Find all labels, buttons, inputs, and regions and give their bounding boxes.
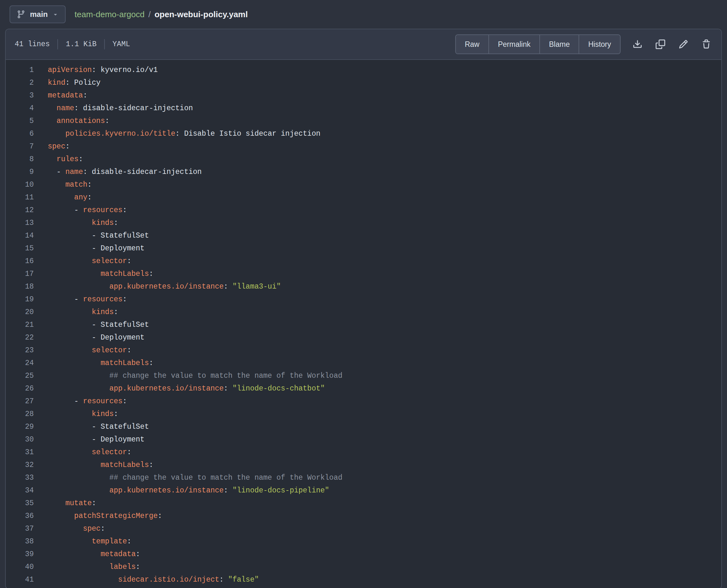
copy-contents-button[interactable] (655, 38, 666, 50)
permalink-button[interactable]: Permalink (489, 35, 539, 54)
line-number[interactable]: 24 (6, 357, 34, 370)
line-number[interactable]: 41 (6, 573, 34, 586)
code-line: 33 ## change the value to match the name… (6, 471, 721, 484)
code-line: 15 - Deployment (6, 242, 721, 255)
line-number[interactable]: 18 (6, 280, 34, 293)
line-content: metadata: (34, 89, 87, 102)
line-content: - Deployment (34, 242, 145, 255)
line-number[interactable]: 32 (6, 459, 34, 471)
code-line: 1apiVersion: kyverno.io/v1 (6, 64, 721, 77)
line-number[interactable]: 38 (6, 535, 34, 548)
code-line: 18 app.kubernetes.io/instance: "llama3-u… (6, 280, 721, 293)
file-type: YAML (112, 40, 130, 48)
code-line: 10 match: (6, 178, 721, 191)
line-content: - resources: (34, 204, 127, 216)
top-bar: main team-demo-argocd / open-webui-polic… (0, 0, 727, 29)
file-header-bar: 41 lines 1.1 KiB YAML Raw Permalink Blam… (6, 29, 721, 60)
code-line: 30 - Deployment (6, 433, 721, 446)
line-number[interactable]: 30 (6, 433, 34, 446)
line-content: ## change the value to match the name of… (34, 370, 342, 382)
line-number[interactable]: 21 (6, 318, 34, 331)
line-number[interactable]: 19 (6, 293, 34, 306)
line-number[interactable]: 36 (6, 510, 34, 522)
line-number[interactable]: 9 (6, 166, 34, 178)
line-content: - StatefulSet (34, 318, 149, 331)
line-number[interactable]: 35 (6, 497, 34, 510)
code-line: 6 policies.kyverno.io/title: Disable Ist… (6, 127, 721, 140)
breadcrumb-repo-link[interactable]: team-demo-argocd (75, 9, 145, 19)
line-number[interactable]: 14 (6, 229, 34, 242)
line-number[interactable]: 4 (6, 102, 34, 115)
delete-trash-icon (702, 40, 711, 49)
code-line: 29 - StatefulSet (6, 420, 721, 433)
line-number[interactable]: 29 (6, 420, 34, 433)
file-meta: 41 lines 1.1 KiB YAML (15, 39, 130, 49)
code-line: 32 matchLabels: (6, 459, 721, 471)
edit-button[interactable] (677, 38, 689, 50)
line-number[interactable]: 2 (6, 77, 34, 89)
line-content: - Deployment (34, 433, 145, 446)
raw-button[interactable]: Raw (456, 35, 489, 54)
line-number[interactable]: 6 (6, 127, 34, 140)
line-content: match: (34, 178, 92, 191)
line-content: matchLabels: (34, 459, 153, 471)
code-line: 20 kinds: (6, 306, 721, 318)
delete-button[interactable] (700, 38, 712, 50)
line-number[interactable]: 28 (6, 408, 34, 420)
line-content: template: (34, 535, 131, 548)
code-line: 11 any: (6, 191, 721, 204)
code-line: 3metadata: (6, 89, 721, 102)
line-number[interactable]: 34 (6, 484, 34, 497)
line-content: ## change the value to match the name of… (34, 471, 342, 484)
line-number[interactable]: 13 (6, 216, 34, 229)
line-number[interactable]: 23 (6, 344, 34, 357)
git-branch-icon (17, 10, 25, 19)
line-number[interactable]: 10 (6, 178, 34, 191)
line-content: spec: (34, 522, 105, 535)
branch-name: main (30, 10, 48, 19)
line-number[interactable]: 16 (6, 255, 34, 268)
line-number[interactable]: 31 (6, 446, 34, 459)
line-number[interactable]: 11 (6, 191, 34, 204)
blame-button[interactable]: Blame (539, 35, 579, 54)
line-number[interactable]: 37 (6, 522, 34, 535)
line-content: selector: (34, 344, 131, 357)
download-button[interactable] (631, 38, 644, 50)
line-content: - Deployment (34, 331, 145, 344)
line-number[interactable]: 8 (6, 153, 34, 166)
line-number[interactable]: 22 (6, 331, 34, 344)
edit-pencil-icon (679, 40, 688, 49)
line-number[interactable]: 20 (6, 306, 34, 318)
line-number[interactable]: 27 (6, 395, 34, 408)
line-content: app.kubernetes.io/instance: "llama3-ui" (34, 280, 281, 293)
line-number[interactable]: 17 (6, 268, 34, 280)
line-number[interactable]: 3 (6, 89, 34, 102)
breadcrumb-separator: / (148, 9, 151, 19)
line-number[interactable]: 7 (6, 140, 34, 153)
history-button[interactable]: History (579, 35, 620, 54)
line-number[interactable]: 33 (6, 471, 34, 484)
line-number[interactable]: 26 (6, 382, 34, 395)
code-line: 14 - StatefulSet (6, 229, 721, 242)
branch-selector[interactable]: main (9, 5, 66, 23)
line-content: matchLabels: (34, 268, 153, 280)
line-number[interactable]: 39 (6, 548, 34, 561)
line-content: patchStrategicMerge: (34, 510, 162, 522)
line-number[interactable]: 1 (6, 64, 34, 77)
code-line: 41 sidecar.istio.io/inject: "false" (6, 573, 721, 586)
code-viewer: 1apiVersion: kyverno.io/v12kind: Policy3… (6, 60, 721, 588)
line-number[interactable]: 5 (6, 115, 34, 127)
line-number[interactable]: 40 (6, 561, 34, 573)
line-number[interactable]: 12 (6, 204, 34, 216)
line-content: - StatefulSet (34, 229, 149, 242)
line-content: kinds: (34, 408, 118, 420)
download-icon (633, 40, 642, 49)
line-number[interactable]: 25 (6, 370, 34, 382)
line-content: - name: disable-sidecar-injection (34, 166, 202, 178)
code-line: 4 name: disable-sidecar-injection (6, 102, 721, 115)
file-actions: Raw Permalink Blame History (455, 35, 712, 54)
code-line: 12 - resources: (6, 204, 721, 216)
line-content: policies.kyverno.io/title: Disable Istio… (34, 127, 320, 140)
breadcrumb: team-demo-argocd / open-webui-policy.yam… (75, 9, 248, 19)
line-number[interactable]: 15 (6, 242, 34, 255)
